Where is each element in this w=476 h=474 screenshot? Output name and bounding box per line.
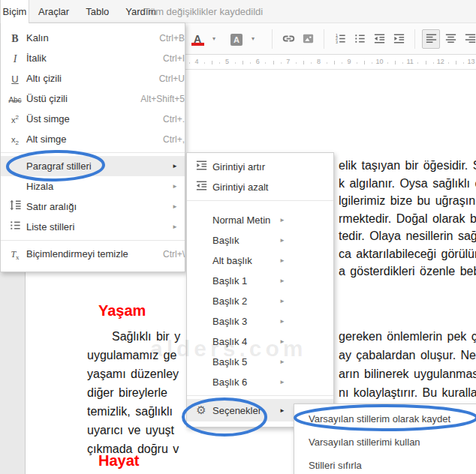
menu-item-label: Stilleri sıfırla	[309, 460, 362, 471]
align-center-button[interactable]	[441, 29, 459, 49]
align-right-icon	[464, 32, 476, 45]
ruler-tick	[357, 62, 357, 64]
link-icon	[282, 32, 295, 45]
caret-down-icon: ▾	[252, 35, 261, 42]
insert-image-button[interactable]	[299, 29, 317, 49]
menu-item-baslik-3[interactable]: Başlık 3►	[187, 311, 333, 332]
highlight-dropdown-button[interactable]: ▾	[247, 29, 265, 49]
decrease-indent-button[interactable]	[370, 29, 388, 49]
ruler-number: 10	[376, 58, 384, 65]
document-text-line: uyarıcı ve uyuşt	[87, 424, 174, 437]
highlight-color-button[interactable]: A	[227, 29, 246, 49]
menu-item-stilleri-sifirla[interactable]: Stilleri sıfırla	[294, 454, 476, 474]
menu-item-ustu-cizili[interactable]: AbcÜstü çiziliAlt+Shift+5	[1, 88, 185, 109]
paragraph-styles-submenu: Girintiyi artırGirintiyi azaltNormal Met…	[186, 152, 334, 428]
insert-link-button[interactable]	[279, 29, 297, 49]
toolbar-group: 123	[324, 29, 408, 49]
menu-item-label: Üst simge	[26, 113, 70, 124]
menu-item-alt-simge[interactable]: x2Alt simgeCtrl+,	[1, 129, 185, 149]
ruler-number: 13	[467, 58, 474, 65]
menu-separator	[187, 200, 333, 201]
menu-item-varsayilan-stillerimi-kullan[interactable]: Varsayılan stillerimi kullan	[294, 430, 476, 454]
align-left-button[interactable]	[422, 29, 440, 49]
menu-separator	[1, 152, 185, 153]
menu-item-baslik[interactable]: Başlık►	[187, 230, 333, 250]
bullet-list-button[interactable]	[351, 29, 369, 49]
submenu-arrow-icon: ►	[273, 217, 292, 224]
menu-item-varsayilan-stillerim-olarak-kaydet[interactable]: Varsayılan stillerim olarak kaydet	[294, 407, 476, 430]
superscript-icon: x2	[4, 112, 26, 126]
ruler-number: 6	[256, 58, 260, 65]
menu-item-liste-stilleri[interactable]: Liste stilleri►	[1, 217, 185, 237]
indent-less-icon	[373, 32, 386, 45]
underline-icon: U	[4, 72, 26, 86]
italic-icon: I	[4, 52, 26, 65]
ruler-number: 7	[286, 58, 290, 65]
menu-item-baslik-2[interactable]: Başlık 2►	[187, 291, 333, 311]
increase-indent-button[interactable]	[390, 29, 408, 49]
menu-item-label: Başlık 3	[212, 316, 247, 327]
ruler-tick	[334, 61, 335, 64]
ruler-tick	[372, 62, 372, 64]
menubar-item-tablo[interactable]: Tablo	[77, 6, 117, 17]
numbered-list-button[interactable]: 123	[331, 29, 349, 49]
ruler-number: 5	[225, 58, 229, 65]
ruler-tick	[273, 61, 274, 64]
text-color-button[interactable]: A	[188, 29, 206, 49]
menu-item-paragraf-stilleri[interactable]: Paragraf stilleri►	[1, 156, 185, 176]
document-text-line: arın bilinerek uygulanması, sağlığ	[339, 368, 476, 381]
menu-item-label: Başlık 2	[212, 296, 247, 307]
menu-item-bicimlendirmeyi-temizle[interactable]: TxBiçimlendirmeyi temizleCtrl+\	[1, 244, 185, 264]
align-center-icon	[444, 32, 457, 45]
text-color-dropdown-button[interactable]: ▾	[208, 29, 226, 49]
menu-item-baslik-6[interactable]: Başlık 6►	[187, 372, 333, 392]
menu-item-shortcut: Alt+Shift+5	[140, 94, 185, 104]
menu-item-girintiyi-artir[interactable]: Girintiyi artır	[187, 157, 333, 177]
document-text-line: ay çabalardan oluşur. Nerede olu	[339, 349, 476, 362]
indent-less-icon	[190, 179, 212, 195]
menu-item-label: Varsayılan stillerimi kullan	[309, 436, 420, 448]
menu-item-satir-araligi[interactable]: Satır aralığı►	[1, 196, 185, 217]
ruler-tick	[265, 62, 266, 64]
submenu-arrow-icon: ►	[273, 407, 292, 414]
menu-item-hizala[interactable]: Hizala►	[1, 176, 185, 196]
image-icon	[302, 32, 315, 45]
menubar-item-bicim[interactable]: Biçim	[0, 0, 29, 23]
menu-item-label: İtalik	[26, 52, 47, 64]
document-heading: Yaşam	[98, 302, 146, 320]
menu-item-label: Başlık 1	[212, 275, 247, 286]
menu-item-shortcut: Ctrl+.	[163, 114, 185, 124]
menu-item-label: Başlık 6	[212, 376, 247, 388]
svg-text:3: 3	[335, 40, 337, 44]
menu-item-label: Normal Metin	[212, 214, 270, 226]
ruler-tick	[456, 61, 456, 64]
menu-item-label: Kalın	[26, 32, 49, 44]
submenu-arrow-icon: ►	[273, 257, 292, 264]
menu-item-baslik-1[interactable]: Başlık 1►	[187, 271, 333, 291]
ruler-number: 12	[437, 58, 444, 65]
menu-item-alti-cizili[interactable]: UAltı çiziliCtrl+U	[1, 68, 185, 88]
document-text-line: elik taşıyan bir öğesidir. Sağlık gene	[339, 159, 476, 172]
bullet-list-icon	[354, 32, 366, 45]
format-menu: BKalınCtrl+BIİtalikCtrl+IUAltı çiziliCtr…	[0, 22, 185, 272]
menu-item-shortcut: Ctrl+U	[159, 74, 185, 84]
toolbar-group	[272, 29, 318, 49]
document-text-line: a gösterdikleri özenle bebeklerine s	[339, 265, 476, 278]
ruler-tick	[342, 62, 342, 64]
menu-item-label: Alt simge	[26, 134, 66, 145]
menu-item-kalin[interactable]: BKalınCtrl+B	[1, 28, 185, 48]
menu-item-normal-metin[interactable]: Normal Metin►	[187, 210, 333, 230]
menubar-item-araclar[interactable]: Araçlar	[30, 6, 77, 17]
menu-item-girintiyi-azalt[interactable]: Girintiyi azalt	[187, 177, 333, 197]
line-spacing-icon	[4, 199, 26, 214]
menu-item-shortcut: Ctrl+,	[163, 134, 185, 145]
align-left-icon	[425, 32, 438, 45]
menu-item-ust-simge[interactable]: x2Üst simgeCtrl+.	[1, 109, 185, 129]
menu-item-label: Satır aralığı	[26, 201, 77, 212]
ruler-tick	[189, 62, 190, 64]
submenu-arrow-icon: ►	[273, 298, 292, 304]
align-right-button[interactable]	[461, 29, 476, 49]
menu-item-alt-baslik[interactable]: Alt başlık►	[187, 250, 333, 271]
menu-item-i-talik[interactable]: IİtalikCtrl+I	[1, 48, 185, 68]
submenu-arrow-icon: ►	[165, 163, 185, 170]
